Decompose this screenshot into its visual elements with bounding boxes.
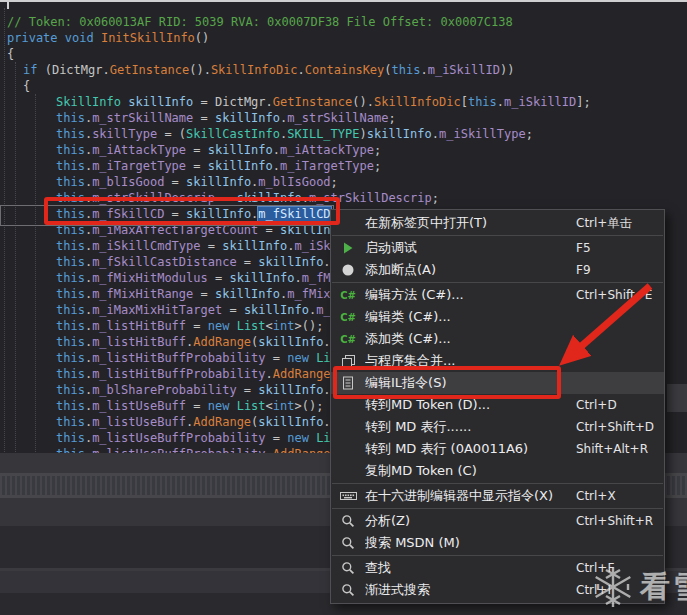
menu-item-open-new-tab[interactable]: 在新标签页中打开(T)Ctrl+单击 [331, 212, 664, 234]
menu-item-shortcut: Ctrl+X [576, 485, 616, 507]
menu-item-goto-md-row-addr[interactable]: 转到 MD 表行 (0A0011A6)Shift+Alt+R [331, 438, 664, 460]
code-line: { [0, 78, 687, 94]
csharp-icon: C# [337, 290, 359, 301]
menu-item-label: 在十六进制编辑器中显示指令(X) [365, 487, 664, 505]
menu-item-label: 复制MD Token (C) [365, 462, 664, 480]
code-line: { [0, 46, 687, 62]
annotation-box-code-line [44, 197, 340, 225]
menu-item-shortcut: F9 [576, 259, 591, 281]
menu-item-add-breakpoint[interactable]: 添加断点(A)F9 [331, 259, 664, 281]
dnspy-window: // Token: 0x060013AF RID: 5039 RVA: 0x00… [0, 0, 687, 615]
menu-separator [332, 555, 663, 556]
code-line: this.m_iTargetType = skillInfo.m_iTarget… [0, 158, 687, 174]
search-icon [337, 536, 359, 550]
csharp-icon: C# [337, 334, 359, 345]
menu-separator [332, 483, 663, 484]
menu-item-search-msdn[interactable]: 搜索 MSDN (M) [331, 532, 664, 554]
menu-item-label: 添加类 (C#)... [365, 330, 664, 348]
code-line: this.skillType = (SkillCastInfo.SKILL_TY… [0, 126, 687, 142]
hex-icon [337, 489, 359, 503]
watermark-text: 看雪 [640, 567, 687, 608]
menu-item-label: 添加断点(A) [365, 261, 664, 279]
menu-separator [332, 235, 663, 236]
menu-item-shortcut: Ctrl+Shift+E [576, 284, 652, 306]
menu-item-start-debug[interactable]: 启动调试F5 [331, 237, 664, 259]
snowflake-icon [590, 564, 636, 610]
menu-item-shortcut: Ctrl+单击 [576, 212, 631, 234]
play-icon [337, 241, 359, 255]
code-line: this.m_iAttackType = skillInfo.m_iAttack… [0, 142, 687, 158]
search-icon [337, 583, 359, 597]
watermark: 看雪 [590, 564, 687, 610]
menu-item-copy-md-token[interactable]: 复制MD Token (C) [331, 460, 664, 482]
code-line: this.m_blIsGood = skillInfo.m_blIsGood; [0, 174, 687, 190]
menu-item-add-class-csharp[interactable]: C#添加类 (C#)... [331, 328, 664, 350]
code-line: private void InitSkillInfo() [0, 30, 687, 46]
menu-separator [332, 282, 663, 283]
menu-item-goto-md-row[interactable]: 转到 MD 表行......Ctrl+Shift+D [331, 416, 664, 438]
menu-item-label: 编辑类 (C#)... [365, 308, 664, 326]
menu-separator [332, 508, 663, 509]
menu-item-shortcut: Ctrl+D [576, 394, 617, 416]
menu-item-show-hex-editor[interactable]: 在十六进制编辑器中显示指令(X)Ctrl+X [331, 485, 664, 507]
menu-item-edit-method-csharp[interactable]: C#编辑方法 (C#)...Ctrl+Shift+E [331, 284, 664, 306]
code-line: // Token: 0x060013AF RID: 5039 RVA: 0x00… [0, 14, 687, 30]
search-icon [337, 514, 359, 528]
menu-item-shortcut: Ctrl+Shift+D [576, 416, 654, 438]
menu-item-label: 启动调试 [365, 239, 664, 257]
menu-item-analyze[interactable]: 分析(Z)Ctrl+Shift+R [331, 510, 664, 532]
breakpoint-icon [337, 263, 359, 277]
annotation-box-edit-il-item [333, 366, 561, 399]
menu-item-edit-class-csharp[interactable]: C#编辑类 (C#)... [331, 306, 664, 328]
search-icon [337, 561, 359, 575]
vertical-scrollbar-thumb[interactable] [667, 384, 687, 412]
csharp-icon: C# [337, 312, 359, 323]
code-line: if (DictMgr.GetInstance().SkillInfoDic.C… [0, 62, 687, 78]
menu-item-shortcut: F5 [576, 237, 591, 259]
code-line: this.m_strSkillName = skillInfo.m_strSki… [0, 110, 687, 126]
menu-item-label: 搜索 MSDN (M) [365, 534, 664, 552]
menu-item-shortcut: Ctrl+Shift+R [576, 510, 653, 532]
code-line: SkillInfo skillInfo = DictMgr.GetInstanc… [0, 94, 687, 110]
context-menu: 在新标签页中打开(T)Ctrl+单击启动调试F5添加断点(A)F9C#编辑方法 … [330, 209, 665, 604]
menu-item-shortcut: Shift+Alt+R [576, 438, 648, 460]
